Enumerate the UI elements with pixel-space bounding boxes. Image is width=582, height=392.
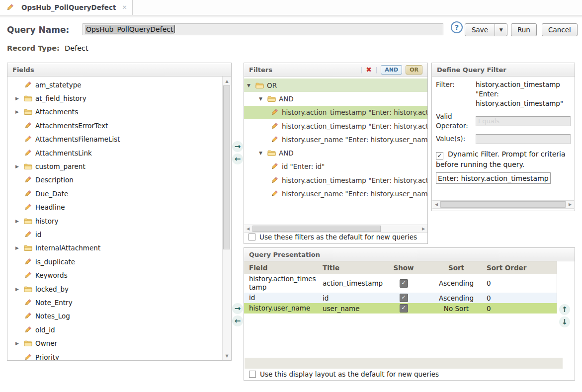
expander-icon[interactable]: ▶ bbox=[15, 341, 24, 346]
pencil-icon bbox=[24, 271, 35, 279]
field-label: Notes_Log bbox=[35, 312, 70, 320]
presentation-table: Field Title Show Sort Sort Order history… bbox=[244, 261, 557, 314]
filter-condition-row[interactable]: history.action_timestamp "Enter: history… bbox=[244, 119, 427, 133]
or-button[interactable]: OR bbox=[406, 65, 422, 75]
expander-icon[interactable]: ▶ bbox=[15, 219, 24, 224]
filter-group-row[interactable]: ▼AND bbox=[244, 92, 427, 105]
filter-condition-row[interactable]: history.user_name "Enter: history.user_n… bbox=[244, 133, 427, 146]
show-checkbox[interactable]: ✓ bbox=[400, 304, 408, 313]
query-name-input[interactable]: OpsHub_PollQueryDefect bbox=[83, 23, 443, 35]
fields-scrollbar[interactable]: ▲ ▼ bbox=[222, 77, 231, 360]
fields-list: am_statetype▶at_field_history▶Attachment… bbox=[7, 78, 222, 360]
scroll-up-icon[interactable]: ▲ bbox=[223, 77, 231, 85]
filter-label: Filter: bbox=[436, 80, 476, 108]
pencil-icon bbox=[24, 353, 35, 361]
delete-filter-icon[interactable]: ✖ bbox=[366, 66, 372, 74]
fields-list-item[interactable]: Due_Date bbox=[7, 187, 222, 200]
field-label: Priority bbox=[35, 353, 59, 361]
field-label: is_duplicate bbox=[35, 258, 75, 266]
field-label: custom_parent bbox=[35, 162, 85, 170]
fields-list-item[interactable]: Headline bbox=[7, 201, 222, 214]
expander-icon[interactable]: ▶ bbox=[15, 96, 24, 101]
run-button[interactable]: Run bbox=[511, 23, 537, 36]
fields-list-item[interactable]: Keywords bbox=[7, 268, 222, 282]
pencil-icon bbox=[24, 203, 35, 211]
fields-list-item[interactable]: ▶at_field_history bbox=[7, 91, 222, 105]
fields-list-item[interactable]: AttachmentsLink bbox=[7, 146, 222, 159]
fields-list-item[interactable]: ▶InternalAttachment bbox=[7, 241, 222, 255]
fields-list-item[interactable]: ▶locked_by bbox=[7, 282, 222, 296]
table-row[interactable]: history.user_nameuser_name✓No Sort0 bbox=[244, 303, 557, 314]
remove-display-field-button[interactable]: ← bbox=[232, 315, 243, 326]
fields-list-item[interactable]: am_statetype bbox=[7, 78, 222, 91]
expander-icon[interactable]: ▶ bbox=[15, 245, 24, 250]
scroll-right-icon[interactable]: ▶ bbox=[566, 201, 574, 208]
column-header-field: Field bbox=[244, 261, 318, 274]
fields-list-item[interactable]: ▶Owner bbox=[7, 336, 222, 350]
fields-list-item[interactable]: Priority bbox=[7, 350, 222, 360]
define-horizontal-scrollbar[interactable]: ◀ ▶ bbox=[432, 200, 574, 209]
cell-title: user_name bbox=[318, 303, 376, 314]
filter-condition-row[interactable]: history.action_timestamp "Enter: history… bbox=[244, 106, 427, 119]
filter-group-row[interactable]: ▼AND bbox=[244, 146, 427, 159]
field-label: Keywords bbox=[35, 271, 68, 279]
field-label: Due_Date bbox=[35, 190, 68, 198]
filters-panel-header: Filters | ✖ | AND OR bbox=[244, 63, 427, 77]
table-row[interactable]: history.action_timestampaction_timestamp… bbox=[244, 274, 557, 293]
cell-show: ✓ bbox=[376, 293, 431, 303]
expander-icon[interactable]: ▶ bbox=[15, 287, 24, 292]
move-row-down-button[interactable]: ↓ bbox=[559, 316, 570, 327]
scroll-down-icon[interactable]: ▼ bbox=[223, 352, 231, 360]
pencil-icon bbox=[24, 312, 35, 320]
add-display-field-button[interactable]: → bbox=[232, 303, 243, 314]
and-button[interactable]: AND bbox=[381, 65, 402, 75]
dynamic-filter-checkbox[interactable]: ✓ bbox=[436, 152, 443, 159]
fields-list-item[interactable]: Description bbox=[7, 173, 222, 187]
fields-list-item[interactable]: ▶history bbox=[7, 214, 222, 228]
filter-condition-row[interactable]: history.user_name "Enter: history.user_n… bbox=[244, 187, 427, 200]
remove-filter-field-button[interactable]: ← bbox=[232, 154, 243, 164]
fields-list-item[interactable]: ▶custom_parent bbox=[7, 159, 222, 173]
expander-icon[interactable]: ▶ bbox=[15, 164, 24, 169]
help-icon[interactable]: ? bbox=[451, 21, 463, 33]
fields-list-item[interactable]: AttachmentsErrorText bbox=[7, 119, 222, 132]
save-button-label[interactable]: Save bbox=[465, 24, 495, 36]
show-checkbox[interactable]: ✓ bbox=[400, 294, 408, 302]
move-row-up-button[interactable]: ↑ bbox=[559, 304, 570, 315]
fields-list-item[interactable]: ▶Attachments bbox=[7, 105, 222, 119]
folder-icon bbox=[267, 150, 279, 157]
scrollbar-thumb[interactable] bbox=[440, 201, 566, 208]
filter-condition-row[interactable]: history.action_timestamp "Enter: history… bbox=[244, 173, 427, 187]
filters-default-checkbox[interactable] bbox=[249, 234, 255, 240]
filter-condition-row[interactable]: id "Enter: id" bbox=[244, 160, 427, 173]
move-field-to-filter-button[interactable]: → bbox=[232, 141, 243, 152]
fields-list-item[interactable]: old_id bbox=[7, 323, 222, 336]
expander-icon[interactable]: ▼ bbox=[259, 151, 267, 156]
close-icon[interactable]: ✕ bbox=[122, 4, 127, 11]
fields-list-item[interactable]: Note_Entry bbox=[7, 296, 222, 309]
fields-list-item[interactable]: id bbox=[7, 228, 222, 241]
fields-list-item[interactable]: is_duplicate bbox=[7, 255, 222, 268]
filter-label: history.action_timestamp "Enter: history… bbox=[282, 176, 427, 184]
folder-icon bbox=[24, 218, 35, 225]
tab-query[interactable]: OpsHub_PollQueryDefect ✕ bbox=[0, 0, 133, 15]
scrollbar-thumb[interactable] bbox=[223, 85, 230, 249]
presentation-default-checkbox[interactable] bbox=[249, 371, 256, 378]
show-checkbox[interactable]: ✓ bbox=[400, 279, 408, 288]
define-panel-body: Filter: history.action_timestamp "Enter:… bbox=[432, 77, 575, 211]
field-label: Description bbox=[35, 176, 74, 184]
expander-icon[interactable]: ▶ bbox=[15, 109, 24, 114]
fields-list-item[interactable]: Notes_Log bbox=[7, 310, 222, 323]
expander-icon[interactable]: ▼ bbox=[259, 96, 267, 101]
expander-icon[interactable]: ▼ bbox=[247, 83, 255, 88]
prompt-text-input[interactable] bbox=[436, 172, 551, 184]
cancel-button[interactable]: Cancel bbox=[542, 23, 578, 36]
scroll-left-icon[interactable]: ◀ bbox=[432, 201, 440, 208]
fields-list-item[interactable]: AttachmentsFilenameList bbox=[7, 133, 222, 146]
filter-group-row[interactable]: ▼OR bbox=[244, 78, 427, 92]
filter-label: OR bbox=[267, 81, 277, 89]
save-dropdown-icon[interactable]: ▼ bbox=[495, 24, 507, 36]
save-button[interactable]: Save ▼ bbox=[465, 23, 507, 36]
table-row[interactable]: idid✓Ascending0 bbox=[244, 293, 557, 303]
filter-label: history.user_name "Enter: history.user_n… bbox=[282, 190, 427, 198]
